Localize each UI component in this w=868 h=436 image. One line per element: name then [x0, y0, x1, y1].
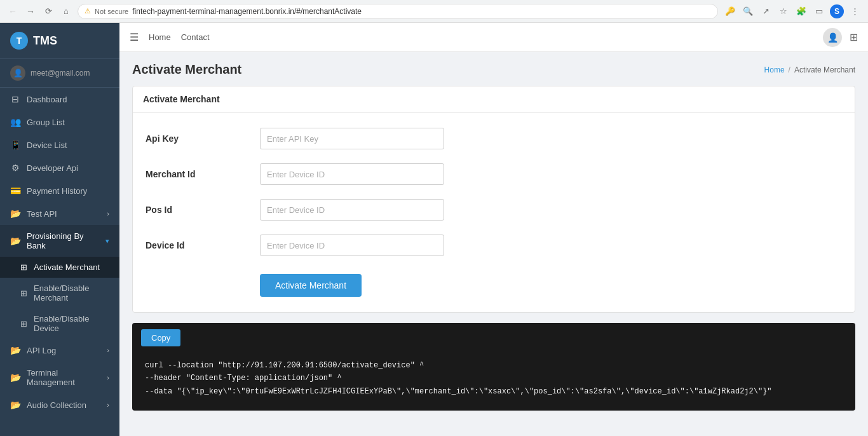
grid-icon[interactable]: ⊞	[850, 31, 858, 43]
pos-id-input[interactable]	[260, 199, 444, 221]
top-nav-left: ☰ Home Contact	[130, 31, 210, 43]
activate-merchant-button[interactable]: Activate Merchant	[260, 274, 362, 297]
merchant-id-row: Merchant Id	[146, 163, 842, 185]
profile-avatar[interactable]: S	[830, 4, 844, 18]
nav-home-link[interactable]: Home	[149, 32, 171, 42]
api-key-row: Api Key	[146, 128, 842, 149]
back-button[interactable]: ←	[6, 5, 19, 18]
sidebar-item-terminal-management[interactable]: 📂 Terminal Management ›	[0, 362, 119, 393]
sidebar-item-dashboard[interactable]: ⊟ Dashboard	[0, 88, 119, 111]
sidebar-item-label: Group List	[27, 118, 65, 127]
logo-text: TMS	[33, 34, 57, 48]
api-key-label: Api Key	[146, 133, 260, 144]
pos-id-row: Pos Id	[146, 199, 842, 221]
group-icon: 👥	[10, 117, 20, 127]
sidebar: T TMS 👤 meet@gmail.com ⊟ Dashboard 👥 Gro…	[0, 23, 119, 436]
sidebar-item-label: API Log	[27, 346, 56, 355]
sidebar-item-api-log[interactable]: 📂 API Log ›	[0, 339, 119, 362]
pos-id-label: Pos Id	[146, 205, 260, 215]
activate-merchant-card: Activate Merchant Api Key Merchant Id Po…	[132, 86, 855, 313]
browser-bar: ← → ⟳ ⌂ ⚠ Not secure fintech-payment-ter…	[0, 0, 868, 23]
sidebar-item-label: Dashboard	[27, 95, 67, 104]
merchant-id-label: Merchant Id	[146, 169, 260, 179]
sidebar-item-label: Payment History	[27, 186, 87, 196]
search-icon[interactable]: 🔍	[741, 4, 755, 18]
menu-icon[interactable]: ⋮	[848, 4, 862, 18]
card-header: Activate Merchant	[133, 86, 855, 112]
sidebar-item-group-list[interactable]: 👥 Group List	[0, 111, 119, 133]
sidebar-item-audio-collection[interactable]: 📂 Audio Collection ›	[0, 393, 119, 416]
lock-icon: ⚠	[85, 7, 91, 15]
url-text: fintech-payment-terminal-management.bonr…	[132, 7, 362, 16]
sidebar-item-payment-history[interactable]: 💳 Payment History	[0, 179, 119, 202]
api-icon: ⚙	[10, 163, 20, 173]
share-icon[interactable]: ↗	[759, 4, 773, 18]
hamburger-icon[interactable]: ☰	[130, 31, 139, 43]
sidebar-item-activate-merchant[interactable]: ⊞ Activate Merchant	[0, 257, 119, 278]
copy-button[interactable]: Copy	[141, 329, 180, 346]
sidebar-item-test-api[interactable]: 📂 Test API ›	[0, 202, 119, 225]
table-icon: ⊞	[20, 289, 27, 298]
code-block-header: Copy	[132, 323, 855, 353]
api-key-input[interactable]	[260, 128, 444, 149]
chevron-right-icon: ›	[107, 210, 109, 217]
device-id-input[interactable]	[260, 235, 444, 256]
folder-icon: 📂	[10, 372, 20, 383]
sidebar-item-label: Enable/Disable Merchant	[34, 283, 109, 303]
user-email: meet@gmail.com	[31, 69, 90, 78]
breadcrumb-home[interactable]: Home	[764, 65, 785, 74]
sidebar-item-provisioning[interactable]: 📂 Provisioning By Bank ▾	[0, 225, 119, 257]
folder-icon: 📂	[10, 345, 20, 355]
page-header: Activate Merchant Home / Activate Mercha…	[132, 62, 855, 77]
table-icon: ⊞	[20, 262, 27, 272]
sidebar-item-device-list[interactable]: 📱 Device List	[0, 133, 119, 156]
breadcrumb: Home / Activate Merchant	[764, 65, 855, 74]
breadcrumb-separator: /	[789, 65, 790, 74]
chevron-down-icon: ▾	[105, 237, 109, 245]
sidebar-item-label: Audio Collection	[27, 400, 86, 410]
refresh-button[interactable]: ⟳	[42, 5, 55, 18]
merchant-id-input[interactable]	[260, 163, 444, 185]
device-id-label: Device Id	[146, 240, 260, 250]
sidebar-item-label: Test API	[27, 209, 57, 219]
sidebar-item-enable-disable-merchant[interactable]: ⊞ Enable/Disable Merchant	[0, 278, 119, 308]
main-content: ☰ Home Contact 👤 ⊞ Activate Merchant Hom…	[119, 23, 868, 436]
device-icon: 📱	[10, 140, 20, 150]
top-nav-avatar[interactable]: 👤	[823, 28, 842, 47]
home-button[interactable]: ⌂	[60, 5, 72, 18]
page-content: Activate Merchant Home / Activate Mercha…	[119, 52, 868, 436]
code-block: Copy curl --location "http://91.107.200.…	[132, 323, 855, 411]
key-icon[interactable]: 🔑	[723, 4, 737, 18]
dashboard-icon: ⊟	[10, 94, 20, 104]
not-secure-label: Not secure	[95, 8, 128, 15]
sidebar-item-label: Device List	[27, 140, 67, 150]
sidebar-item-label: Developer Api	[27, 163, 78, 173]
app-layout: T TMS 👤 meet@gmail.com ⊟ Dashboard 👥 Gro…	[0, 23, 868, 436]
sidebar-item-label: Provisioning By Bank	[27, 231, 99, 250]
forward-button[interactable]: →	[24, 5, 37, 18]
bookmark-icon[interactable]: ☆	[776, 4, 790, 18]
extensions-icon[interactable]: 🧩	[794, 4, 808, 18]
sidebar-item-developer-api[interactable]: ⚙ Developer Api	[0, 156, 119, 179]
card-body: Api Key Merchant Id Pos Id Device Id	[133, 112, 855, 312]
page-title: Activate Merchant	[132, 62, 241, 77]
chevron-right-icon: ›	[107, 374, 109, 381]
folder-icon: 📂	[10, 236, 20, 246]
sidebar-item-label: Activate Merchant	[34, 262, 100, 272]
sidebar-item-enable-disable-device[interactable]: ⊞ Enable/Disable Device	[0, 308, 119, 339]
sidebar-user: 👤 meet@gmail.com	[0, 59, 119, 88]
folder-icon: 📂	[10, 400, 20, 410]
code-content: curl --location "http://91.107.200.91:65…	[132, 353, 855, 411]
browser-actions: 🔑 🔍 ↗ ☆ 🧩 ▭ S ⋮	[723, 4, 862, 18]
table-icon: ⊞	[20, 319, 27, 329]
sidebar-item-label: Terminal Management	[27, 368, 100, 387]
device-id-row: Device Id	[146, 235, 842, 256]
user-avatar: 👤	[10, 65, 25, 81]
folder-icon: 📂	[10, 208, 20, 219]
breadcrumb-current: Activate Merchant	[794, 65, 855, 74]
nav-contact-link[interactable]: Contact	[181, 32, 210, 42]
window-icon[interactable]: ▭	[812, 4, 826, 18]
top-nav-right: 👤 ⊞	[823, 28, 858, 47]
top-nav: ☰ Home Contact 👤 ⊞	[119, 23, 868, 52]
address-bar[interactable]: ⚠ Not secure fintech-payment-terminal-ma…	[78, 4, 718, 19]
